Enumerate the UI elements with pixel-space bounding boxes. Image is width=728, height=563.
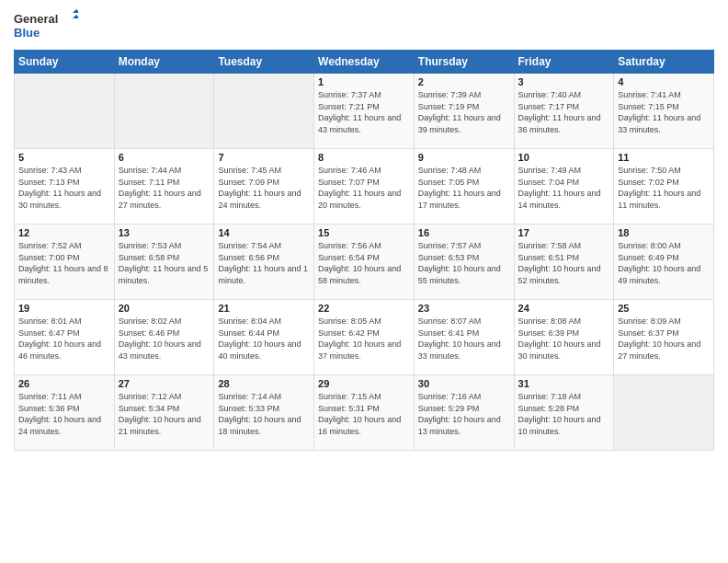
calendar-cell: 10Sunrise: 7:49 AM Sunset: 7:04 PM Dayli… bbox=[514, 149, 614, 224]
calendar-cell: 18Sunrise: 8:00 AM Sunset: 6:49 PM Dayli… bbox=[614, 224, 714, 300]
day-info: Sunrise: 7:39 AM Sunset: 7:19 PM Dayligh… bbox=[418, 89, 510, 135]
day-number: 21 bbox=[218, 303, 310, 314]
calendar-cell: 3Sunrise: 7:40 AM Sunset: 7:17 PM Daylig… bbox=[514, 74, 614, 149]
day-info: Sunrise: 7:43 AM Sunset: 7:13 PM Dayligh… bbox=[18, 165, 110, 211]
calendar-cell: 2Sunrise: 7:39 AM Sunset: 7:19 PM Daylig… bbox=[414, 74, 514, 149]
day-number: 1 bbox=[318, 76, 410, 87]
calendar-cell: 9Sunrise: 7:48 AM Sunset: 7:05 PM Daylig… bbox=[414, 149, 514, 224]
calendar-cell: 26Sunrise: 7:11 AM Sunset: 5:36 PM Dayli… bbox=[15, 375, 115, 451]
calendar-cell: 20Sunrise: 8:02 AM Sunset: 6:46 PM Dayli… bbox=[114, 300, 214, 375]
calendar-cell: 7Sunrise: 7:45 AM Sunset: 7:09 PM Daylig… bbox=[214, 149, 314, 224]
weekday-header-row: SundayMondayTuesdayWednesdayThursdayFrid… bbox=[15, 51, 714, 74]
calendar-cell: 24Sunrise: 8:08 AM Sunset: 6:39 PM Dayli… bbox=[514, 300, 614, 375]
day-number: 17 bbox=[518, 227, 610, 238]
day-info: Sunrise: 7:45 AM Sunset: 7:09 PM Dayligh… bbox=[218, 165, 310, 211]
day-number: 2 bbox=[418, 76, 510, 87]
day-number: 25 bbox=[618, 303, 710, 314]
calendar-cell: 15Sunrise: 7:56 AM Sunset: 6:54 PM Dayli… bbox=[314, 224, 415, 300]
calendar-cell: 25Sunrise: 8:09 AM Sunset: 6:37 PM Dayli… bbox=[614, 300, 714, 375]
day-info: Sunrise: 8:08 AM Sunset: 6:39 PM Dayligh… bbox=[518, 316, 610, 362]
day-number: 8 bbox=[318, 152, 410, 163]
calendar-cell: 30Sunrise: 7:16 AM Sunset: 5:29 PM Dayli… bbox=[414, 375, 514, 451]
page: General Blue SundayMondayTuesdayWednesda… bbox=[0, 0, 728, 563]
day-number: 27 bbox=[119, 378, 210, 389]
day-number: 30 bbox=[418, 378, 510, 389]
calendar-cell: 8Sunrise: 7:46 AM Sunset: 7:07 PM Daylig… bbox=[314, 149, 415, 224]
day-number: 18 bbox=[618, 227, 710, 238]
day-info: Sunrise: 7:18 AM Sunset: 5:28 PM Dayligh… bbox=[518, 391, 610, 437]
svg-text:Blue: Blue bbox=[14, 26, 40, 40]
calendar-cell: 13Sunrise: 7:53 AM Sunset: 6:58 PM Dayli… bbox=[114, 224, 214, 300]
day-number: 19 bbox=[18, 303, 110, 314]
week-row-0: 1Sunrise: 7:37 AM Sunset: 7:21 PM Daylig… bbox=[15, 74, 714, 149]
day-info: Sunrise: 8:07 AM Sunset: 6:41 PM Dayligh… bbox=[418, 316, 510, 362]
day-number: 6 bbox=[119, 152, 210, 163]
day-info: Sunrise: 7:46 AM Sunset: 7:07 PM Dayligh… bbox=[318, 165, 410, 211]
weekday-header-monday: Monday bbox=[114, 51, 214, 74]
day-number: 31 bbox=[518, 378, 610, 389]
day-number: 26 bbox=[18, 378, 110, 389]
calendar-cell: 23Sunrise: 8:07 AM Sunset: 6:41 PM Dayli… bbox=[414, 300, 514, 375]
day-number: 23 bbox=[418, 303, 510, 314]
day-info: Sunrise: 7:12 AM Sunset: 5:34 PM Dayligh… bbox=[119, 391, 210, 437]
week-row-4: 26Sunrise: 7:11 AM Sunset: 5:36 PM Dayli… bbox=[15, 375, 714, 451]
calendar-cell bbox=[614, 375, 714, 451]
weekday-header-wednesday: Wednesday bbox=[314, 51, 415, 74]
calendar-cell: 21Sunrise: 8:04 AM Sunset: 6:44 PM Dayli… bbox=[214, 300, 314, 375]
day-info: Sunrise: 7:15 AM Sunset: 5:31 PM Dayligh… bbox=[318, 391, 410, 437]
day-info: Sunrise: 7:57 AM Sunset: 6:53 PM Dayligh… bbox=[418, 240, 510, 286]
day-info: Sunrise: 7:16 AM Sunset: 5:29 PM Dayligh… bbox=[418, 391, 510, 437]
calendar-cell: 11Sunrise: 7:50 AM Sunset: 7:02 PM Dayli… bbox=[614, 149, 714, 224]
day-number: 14 bbox=[218, 227, 310, 238]
day-number: 3 bbox=[518, 76, 610, 87]
calendar: SundayMondayTuesdayWednesdayThursdayFrid… bbox=[14, 50, 714, 451]
weekday-header-friday: Friday bbox=[514, 51, 614, 74]
calendar-cell: 27Sunrise: 7:12 AM Sunset: 5:34 PM Dayli… bbox=[114, 375, 214, 451]
calendar-cell: 22Sunrise: 8:05 AM Sunset: 6:42 PM Dayli… bbox=[314, 300, 415, 375]
day-info: Sunrise: 7:54 AM Sunset: 6:56 PM Dayligh… bbox=[218, 240, 310, 286]
day-info: Sunrise: 7:37 AM Sunset: 7:21 PM Dayligh… bbox=[318, 89, 410, 135]
logo-svg: General Blue bbox=[14, 9, 78, 42]
calendar-cell: 4Sunrise: 7:41 AM Sunset: 7:15 PM Daylig… bbox=[614, 74, 714, 149]
day-info: Sunrise: 8:04 AM Sunset: 6:44 PM Dayligh… bbox=[218, 316, 310, 362]
day-info: Sunrise: 8:00 AM Sunset: 6:49 PM Dayligh… bbox=[618, 240, 710, 286]
day-info: Sunrise: 8:02 AM Sunset: 6:46 PM Dayligh… bbox=[119, 316, 210, 362]
weekday-header-sunday: Sunday bbox=[15, 51, 115, 74]
day-number: 13 bbox=[119, 227, 210, 238]
week-row-3: 19Sunrise: 8:01 AM Sunset: 6:47 PM Dayli… bbox=[15, 300, 714, 375]
day-number: 10 bbox=[518, 152, 610, 163]
calendar-cell: 31Sunrise: 7:18 AM Sunset: 5:28 PM Dayli… bbox=[514, 375, 614, 451]
day-info: Sunrise: 7:14 AM Sunset: 5:33 PM Dayligh… bbox=[218, 391, 310, 437]
day-info: Sunrise: 7:44 AM Sunset: 7:11 PM Dayligh… bbox=[119, 165, 210, 211]
calendar-cell bbox=[114, 74, 214, 149]
day-number: 4 bbox=[618, 76, 710, 87]
week-row-1: 5Sunrise: 7:43 AM Sunset: 7:13 PM Daylig… bbox=[15, 149, 714, 224]
svg-marker-3 bbox=[73, 15, 78, 18]
day-info: Sunrise: 7:41 AM Sunset: 7:15 PM Dayligh… bbox=[618, 89, 710, 135]
day-info: Sunrise: 7:48 AM Sunset: 7:05 PM Dayligh… bbox=[418, 165, 510, 211]
day-number: 5 bbox=[18, 152, 110, 163]
day-number: 20 bbox=[119, 303, 210, 314]
calendar-cell: 29Sunrise: 7:15 AM Sunset: 5:31 PM Dayli… bbox=[314, 375, 415, 451]
day-info: Sunrise: 8:01 AM Sunset: 6:47 PM Dayligh… bbox=[18, 316, 110, 362]
day-number: 16 bbox=[418, 227, 510, 238]
calendar-cell: 19Sunrise: 8:01 AM Sunset: 6:47 PM Dayli… bbox=[15, 300, 115, 375]
day-number: 7 bbox=[218, 152, 310, 163]
weekday-header-thursday: Thursday bbox=[414, 51, 514, 74]
day-number: 24 bbox=[518, 303, 610, 314]
day-info: Sunrise: 7:49 AM Sunset: 7:04 PM Dayligh… bbox=[518, 165, 610, 211]
day-number: 22 bbox=[318, 303, 410, 314]
svg-text:General: General bbox=[14, 12, 58, 26]
day-info: Sunrise: 7:58 AM Sunset: 6:51 PM Dayligh… bbox=[518, 240, 610, 286]
weekday-header-tuesday: Tuesday bbox=[214, 51, 314, 74]
day-number: 12 bbox=[18, 227, 110, 238]
calendar-cell: 6Sunrise: 7:44 AM Sunset: 7:11 PM Daylig… bbox=[114, 149, 214, 224]
calendar-cell: 16Sunrise: 7:57 AM Sunset: 6:53 PM Dayli… bbox=[414, 224, 514, 300]
day-info: Sunrise: 7:11 AM Sunset: 5:36 PM Dayligh… bbox=[18, 391, 110, 437]
weekday-header-saturday: Saturday bbox=[614, 51, 714, 74]
day-number: 28 bbox=[218, 378, 310, 389]
day-info: Sunrise: 7:50 AM Sunset: 7:02 PM Dayligh… bbox=[618, 165, 710, 211]
calendar-cell bbox=[15, 74, 115, 149]
calendar-cell: 28Sunrise: 7:14 AM Sunset: 5:33 PM Dayli… bbox=[214, 375, 314, 451]
day-info: Sunrise: 8:09 AM Sunset: 6:37 PM Dayligh… bbox=[618, 316, 710, 362]
